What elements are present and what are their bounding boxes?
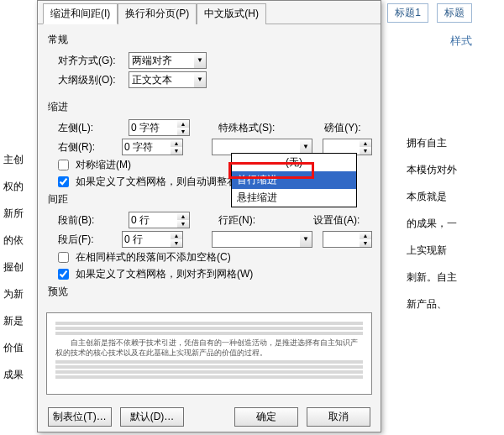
label-indent-right: 右侧(R):: [58, 140, 118, 155]
preview-sample-text: 自主创新是指不依赖于技术引进，凭借自有的一种创造活动，是推进选择有自主知识产权的…: [55, 338, 363, 358]
spin-down-icon[interactable]: ▼: [171, 147, 182, 155]
dialog-tabs: 缩进和间距(I) 换行和分页(P) 中文版式(H): [38, 1, 381, 24]
style-chip-1[interactable]: 标题1: [387, 3, 428, 23]
spin-down-icon[interactable]: ▼: [360, 239, 371, 247]
ok-button[interactable]: 确定: [234, 407, 298, 427]
label-no-space-same-style: 在相同样式的段落间不添加空格(C): [76, 250, 231, 265]
spin-down-icon[interactable]: ▼: [171, 239, 182, 247]
label-alignment: 对齐方式(G):: [58, 54, 125, 68]
group-preview: 预览: [48, 285, 372, 299]
group-indent: 缩进: [48, 100, 372, 114]
chevron-down-icon[interactable]: ▼: [194, 52, 207, 69]
label-outline-level: 大纲级别(O):: [58, 73, 125, 87]
paragraph-dialog: 缩进和间距(I) 换行和分页(P) 中文版式(H) 常规 对齐方式(G): 两端…: [37, 0, 381, 432]
group-general: 常规: [48, 33, 372, 47]
tab-line-page-breaks[interactable]: 换行和分页(P): [118, 3, 197, 24]
default-button[interactable]: 默认(D)…: [120, 407, 184, 427]
tab-asian-typography[interactable]: 中文版式(H): [197, 3, 266, 24]
spin-down-icon[interactable]: ▼: [360, 147, 371, 155]
spin-up-icon[interactable]: ▲: [177, 120, 189, 128]
indent-left-input[interactable]: ▲▼: [129, 119, 190, 136]
mirror-indent-checkbox[interactable]: [58, 160, 69, 170]
label-space-after: 段后(F):: [58, 233, 118, 247]
special-indent-dropdown[interactable]: (无) 首行缩进 悬挂缩进: [231, 153, 357, 207]
line-spacing-select[interactable]: ▼: [212, 231, 312, 248]
spin-up-icon[interactable]: ▲: [177, 212, 189, 220]
chevron-down-icon[interactable]: ▼: [300, 231, 312, 248]
spin-up-icon[interactable]: ▲: [171, 232, 182, 239]
spin-up-icon[interactable]: ▲: [360, 139, 371, 147]
label-snap-to-grid: 如果定义了文档网格，则对齐到网格(W): [76, 267, 253, 281]
cancel-button[interactable]: 取消: [307, 407, 370, 427]
spin-up-icon[interactable]: ▲: [171, 139, 182, 147]
background-doc-right: 拥有自主本模仿对外本质就是的成果，一上实现新刺新。自主新产品、: [403, 126, 504, 321]
styles-group-label: 样式: [450, 34, 472, 49]
style-chip-2[interactable]: 标题: [437, 3, 472, 23]
chevron-down-icon[interactable]: ▼: [194, 71, 207, 88]
dropdown-option-first-line[interactable]: 首行缩进: [232, 171, 356, 189]
label-mirror-indent: 对称缩进(M): [76, 158, 131, 172]
space-after-input[interactable]: ▲▼: [122, 231, 183, 248]
label-indent-left: 左侧(L):: [58, 121, 125, 135]
spin-up-icon[interactable]: ▲: [360, 232, 371, 239]
tabs-button[interactable]: 制表位(T)…: [48, 407, 112, 427]
snap-to-grid-checkbox[interactable]: [58, 269, 69, 280]
alignment-select[interactable]: 两端对齐▼: [129, 52, 207, 69]
tab-indent-spacing[interactable]: 缩进和间距(I): [43, 3, 118, 24]
space-before-input[interactable]: ▲▼: [129, 212, 190, 228]
preview-box: 自主创新是指不依赖于技术引进，凭借自有的一种创造活动，是推进选择有自主知识产权的…: [46, 312, 372, 395]
spin-down-icon[interactable]: ▼: [177, 220, 189, 228]
label-special-indent: 特殊格式(S):: [218, 121, 275, 135]
label-spacing-at: 设置值(A):: [313, 213, 360, 228]
spacing-at-input[interactable]: ▲▼: [323, 231, 372, 248]
label-line-spacing: 行距(N):: [218, 213, 255, 228]
grid-indent-checkbox[interactable]: [58, 176, 69, 187]
indent-right-input[interactable]: ▲▼: [122, 139, 183, 155]
spin-down-icon[interactable]: ▼: [177, 128, 189, 135]
dropdown-option-hanging[interactable]: 悬挂缩进: [232, 189, 356, 207]
label-space-before: 段前(B):: [58, 213, 125, 228]
dialog-button-bar: 制表位(T)… 默认(D)… 确定 取消: [38, 407, 381, 427]
no-space-same-style-checkbox[interactable]: [58, 252, 69, 263]
label-indent-by: 磅值(Y):: [324, 121, 360, 135]
outline-level-select[interactable]: 正文文本▼: [129, 71, 207, 88]
dropdown-option-none[interactable]: (无): [232, 154, 356, 171]
